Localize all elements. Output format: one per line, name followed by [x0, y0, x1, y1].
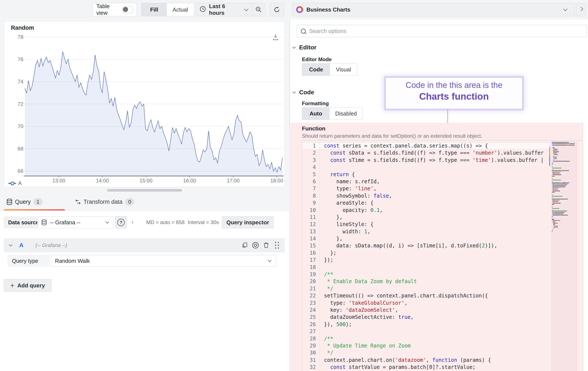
annotation-line2: Charts function	[386, 91, 522, 102]
refresh-button[interactable]	[270, 3, 284, 16]
overview-ruler	[549, 147, 550, 166]
query-inspector-button[interactable]: Query inspector	[222, 216, 273, 228]
y-tick-label: 76	[6, 56, 23, 63]
time-range-label[interactable]: Last 6 hours	[209, 3, 241, 16]
query-row-header[interactable]: A (-- Grafana --)	[4, 238, 285, 252]
drag-handle[interactable]	[273, 242, 281, 249]
database-icon	[6, 199, 12, 205]
chart-panel: Random 78767472706866 13:0014:0015:0016:…	[4, 21, 285, 187]
chevron-down-icon	[293, 45, 296, 49]
zoom-out-button[interactable]	[252, 3, 265, 16]
chevron-right-icon	[579, 7, 583, 11]
table-view-control: Table view	[93, 3, 137, 16]
search-input[interactable]	[309, 28, 587, 35]
search-icon	[301, 29, 306, 34]
tab-transform-label: Transform data	[84, 199, 123, 205]
query-tabstrip: Query 1 Transform data 0	[0, 193, 290, 211]
formatting-segmented: Auto Disabled	[302, 107, 363, 120]
datasource-select[interactable]: -- Grafana --	[37, 216, 114, 228]
collapse-query-chevron[interactable]	[9, 243, 13, 247]
expand-stats-chevron[interactable]: ›	[131, 219, 133, 225]
delete-query-button[interactable]	[262, 242, 270, 249]
y-tick-label: 70	[6, 123, 23, 130]
help-icon: ?	[117, 219, 125, 226]
query-type-value: Random Walk	[55, 258, 90, 264]
fill-actual-segmented: Fill Actual	[141, 3, 194, 16]
function-code-editor[interactable]: 1234567891011121314151617181920212223242…	[302, 140, 583, 371]
chevron-down-icon	[293, 90, 296, 93]
datasource-help-button[interactable]: ?	[115, 216, 127, 228]
y-tick-label: 72	[6, 101, 23, 107]
query-type-select[interactable]: Random Walk	[51, 255, 276, 267]
actual-option[interactable]: Actual	[167, 3, 194, 16]
editor-section-header[interactable]: Editor	[293, 44, 316, 51]
x-tick-label: 13:00	[48, 178, 70, 184]
editor-mode-code-option[interactable]: Code	[302, 63, 330, 75]
formatting-auto-option[interactable]: Auto	[302, 108, 330, 120]
code-content[interactable]: const series = context.panel.data.series…	[320, 140, 548, 371]
database-icon	[41, 219, 47, 225]
horizontal-scrollbar[interactable]	[107, 189, 182, 191]
add-query-label: Add query	[17, 282, 45, 289]
options-scrollbar-gutter[interactable]	[583, 123, 588, 371]
datasource-value: -- Grafana --	[50, 219, 81, 226]
visualization-select[interactable]: Business Charts	[292, 3, 575, 16]
editor-mode-label: Editor Mode	[302, 56, 332, 62]
editor-mode-visual-option[interactable]: Visual	[330, 63, 357, 75]
chevron-down-icon	[563, 7, 567, 11]
annotation-line1: Code in the this area is the	[386, 80, 522, 90]
grip-icon	[275, 242, 279, 249]
tab-transform-data[interactable]: Transform data 0	[75, 193, 134, 210]
formatting-disabled-option[interactable]: Disabled	[330, 108, 363, 120]
query-count-badge: 1	[33, 198, 43, 205]
legend-marker-icon	[8, 183, 16, 184]
max-datapoints-stat: MD = auto = 658	[146, 219, 185, 225]
transform-icon	[75, 199, 81, 205]
code-minimap[interactable]	[551, 141, 578, 371]
y-tick-label: 66	[6, 168, 23, 174]
trash-icon	[263, 242, 269, 248]
tab-query[interactable]: Query 1	[6, 193, 43, 210]
duplicate-query-button[interactable]	[241, 242, 248, 249]
eye-icon	[252, 242, 259, 249]
annotation-connector-line	[447, 109, 448, 123]
tab-query-label: Query	[15, 199, 31, 205]
options-search[interactable]	[297, 25, 587, 37]
function-description: Should return parameters and data for se…	[302, 133, 482, 139]
zoom-out-icon	[255, 6, 262, 13]
business-charts-logo-icon	[296, 6, 303, 13]
y-tick-label: 78	[6, 34, 23, 40]
panel-title: Random	[11, 25, 34, 31]
line-number-gutter: 1234567891011121314151617181920212223242…	[302, 140, 320, 371]
y-tick-label: 74	[6, 79, 23, 85]
annotation-callout: Code in the this area is the Charts func…	[385, 77, 523, 109]
clock-icon	[200, 6, 206, 14]
refresh-icon	[273, 6, 280, 13]
x-tick-label: 14:00	[92, 178, 113, 184]
x-tick-label: 15:00	[135, 178, 157, 184]
pane-splitter[interactable]	[290, 19, 290, 371]
collapse-options-button[interactable]	[576, 3, 586, 16]
download-csv-button[interactable]	[272, 34, 279, 41]
transform-count-badge: 0	[125, 198, 134, 205]
fill-option[interactable]: Fill	[142, 3, 167, 16]
formatting-label: Formatting	[302, 100, 329, 107]
chevron-down-icon	[105, 220, 109, 224]
editor-section-label: Editor	[299, 44, 316, 51]
copy-icon	[242, 242, 248, 248]
code-section-header[interactable]: Code	[293, 89, 314, 96]
download-icon	[272, 34, 279, 40]
toggle-query-visibility-button[interactable]	[252, 242, 259, 249]
chevron-down-icon	[268, 259, 272, 262]
query-type-label: Query type	[8, 255, 50, 267]
table-view-label: Table view	[96, 3, 119, 16]
table-view-toggle[interactable]	[122, 6, 133, 13]
add-query-button[interactable]: + Add query	[4, 279, 51, 292]
x-tick-label: 18:00	[266, 178, 288, 184]
chart-legend[interactable]: A	[8, 180, 22, 186]
chevron-down-icon	[244, 7, 249, 11]
query-datasource-hint: (-- Grafana --)	[36, 242, 67, 248]
line-chart	[4, 22, 285, 187]
toggle-knob	[123, 7, 128, 12]
x-tick-label: 17:00	[222, 178, 244, 184]
